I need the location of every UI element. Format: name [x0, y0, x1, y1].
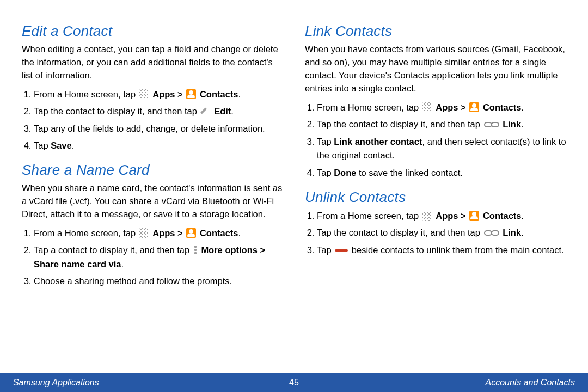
apps-grid-icon [139, 89, 149, 99]
step-text: Tap [317, 137, 334, 146]
steps-link-contacts: From a Home screen, tap Apps > Contacts.… [305, 101, 566, 180]
page-footer: Samsung Applications 45 Accounts and Con… [0, 373, 588, 392]
step: Tap a contact to display it, and then ta… [34, 243, 283, 271]
steps-share-name-card: From a Home screen, tap Apps > Contacts.… [22, 226, 283, 289]
step: From a Home screen, tap Apps > Contacts. [317, 209, 566, 223]
footer-right: Accounts and Contacts [485, 378, 575, 388]
intro-edit-contact: When editing a contact, you can tap a fi… [22, 43, 283, 82]
step-text: Tap [317, 168, 334, 177]
left-column: Edit a Contact When editing a contact, y… [22, 16, 283, 297]
heading-share-name-card: Share a Name Card [22, 162, 283, 179]
step: Tap Save. [34, 139, 283, 153]
page-number: 45 [289, 378, 299, 388]
footer-left: Samsung Applications [13, 378, 99, 388]
step: From a Home screen, tap Apps > Contacts. [34, 88, 283, 102]
intro-share-name-card: When you share a name card, the contact'… [22, 182, 283, 221]
separator-gt: > [175, 228, 186, 238]
step-text: Tap a contact to display it, and then ta… [34, 245, 192, 255]
minus-icon [335, 249, 348, 252]
heading-link-contacts: Link Contacts [305, 23, 566, 40]
step-text: Tap [317, 245, 334, 255]
edit-label: Edit [214, 106, 231, 116]
step-text: to save the linked contact. [356, 168, 462, 177]
contacts-icon [469, 211, 479, 220]
step: Choose a sharing method and follow the p… [34, 274, 283, 289]
step-text: From a Home screen, tap [34, 89, 138, 99]
apps-grid-icon [422, 211, 432, 220]
step: Tap Done to save the linked contact. [317, 166, 566, 180]
contacts-icon [469, 102, 479, 112]
step-text: beside contacts to unlink them from the … [352, 245, 564, 255]
right-column: Link Contacts When you have contacts fro… [305, 16, 566, 297]
heading-unlink-contacts: Unlink Contacts [305, 189, 566, 206]
apps-grid-icon [139, 228, 149, 238]
separator-gt: > [175, 89, 186, 99]
steps-edit-contact: From a Home screen, tap Apps > Contacts.… [22, 88, 283, 153]
separator-gt: > [458, 211, 469, 220]
contacts-icon [186, 89, 196, 99]
step-text: Tap [34, 140, 51, 150]
intro-link-contacts: When you have contacts from various sour… [305, 43, 566, 95]
step: Tap the contact to display it, and then … [317, 118, 566, 132]
step: Tap beside contacts to unlink them from … [317, 243, 566, 258]
apps-label: Apps [436, 102, 458, 112]
step-text: Tap the contact to display it, and then … [34, 106, 200, 116]
apps-label: Apps [152, 228, 175, 238]
two-column-layout: Edit a Contact When editing a contact, y… [0, 0, 588, 297]
contacts-label: Contacts [483, 211, 522, 220]
contacts-label: Contacts [200, 89, 238, 99]
contacts-icon [186, 228, 196, 238]
apps-label: Apps [436, 211, 458, 220]
save-label: Save [51, 140, 72, 150]
manual-page: Edit a Contact When editing a contact, y… [0, 0, 588, 392]
step: From a Home screen, tap Apps > Contacts. [34, 226, 283, 241]
step-text: From a Home screen, tap [34, 228, 138, 238]
more-options-label: More options [201, 245, 258, 255]
link-icon [484, 229, 499, 237]
separator-gt: > [258, 245, 265, 255]
separator-gt: > [458, 102, 469, 112]
heading-edit-contact: Edit a Contact [22, 23, 283, 40]
link-label: Link [503, 119, 521, 129]
steps-unlink-contacts: From a Home screen, tap Apps > Contacts.… [305, 209, 566, 258]
step: From a Home screen, tap Apps > Contacts. [317, 101, 566, 115]
step: Tap Link another contact, and then selec… [317, 135, 566, 163]
link-label: Link [503, 228, 521, 237]
pencil-icon [201, 106, 211, 116]
contacts-label: Contacts [200, 228, 238, 238]
more-options-icon [193, 245, 198, 255]
link-another-label: Link another contact [334, 137, 422, 146]
step-text: From a Home screen, tap [317, 102, 421, 112]
done-label: Done [334, 168, 356, 177]
step: Tap any of the fields to add, change, or… [34, 122, 283, 136]
step-text: From a Home screen, tap [317, 211, 421, 220]
step: Tap the contact to display it, and then … [317, 226, 566, 240]
link-icon [484, 121, 499, 128]
apps-label: Apps [152, 89, 175, 99]
share-name-card-via-label: Share name card via [34, 259, 121, 269]
step-text: Tap the contact to display it, and then … [317, 119, 483, 129]
step-text: Tap the contact to display it, and then … [317, 228, 483, 237]
contacts-label: Contacts [483, 102, 522, 112]
step: Tap the contact to display it, and then … [34, 105, 283, 119]
apps-grid-icon [422, 102, 432, 112]
